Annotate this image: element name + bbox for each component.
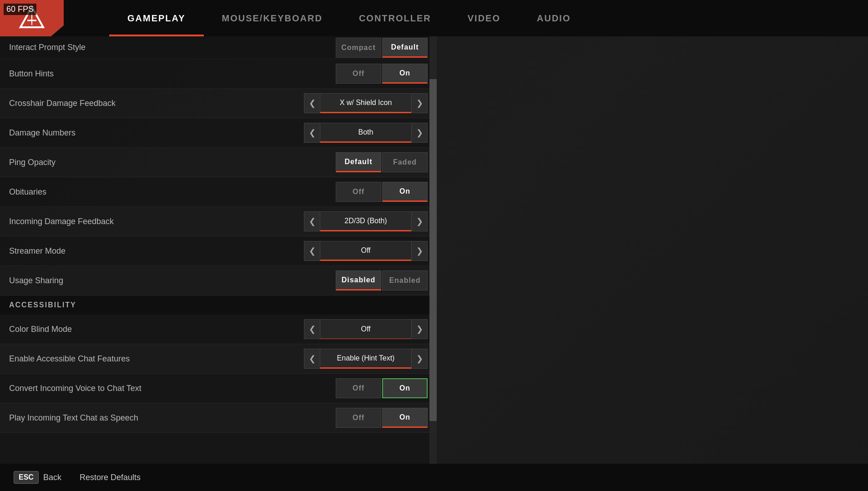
- setting-row-color-blind: Color Blind Mode ❮ Off ❯: [0, 315, 437, 344]
- arrow-left-damage-numbers[interactable]: ❮: [304, 123, 320, 143]
- toggle-button-hints-on[interactable]: On: [382, 64, 428, 84]
- label-button-hints: Button Hints: [9, 69, 336, 79]
- label-obituaries: Obituaries: [9, 187, 336, 197]
- label-damage-numbers: Damage Numbers: [9, 128, 304, 138]
- control-streamer-mode: ❮ Off ❯: [304, 241, 428, 261]
- setting-row-ping-opacity: Ping Opacity Default Faded: [0, 148, 437, 177]
- value-incoming-damage: 2D/3D (Both): [320, 211, 411, 231]
- setting-row-accessible-chat: Enable Accessible Chat Features ❮ Enable…: [0, 344, 437, 374]
- label-streamer-mode: Streamer Mode: [9, 246, 304, 256]
- toggle-obituaries-on[interactable]: On: [382, 182, 428, 202]
- arrow-right-accessible-chat[interactable]: ❯: [411, 349, 428, 369]
- setting-row-interact-prompt: Interact Prompt Style Compact Default: [0, 36, 437, 59]
- control-voice-to-chat: Off On: [336, 378, 428, 398]
- setting-label-interact-prompt: Interact Prompt Style: [9, 43, 336, 52]
- toggle-usage-enabled[interactable]: Enabled: [382, 271, 428, 291]
- setting-row-damage-numbers: Damage Numbers ❮ Both ❯: [0, 118, 437, 148]
- arrow-right-streamer-mode[interactable]: ❯: [411, 241, 428, 261]
- arrow-selector-color-blind: ❮ Off ❯: [304, 319, 428, 339]
- arrow-left-streamer-mode[interactable]: ❮: [304, 241, 320, 261]
- setting-row-voice-to-chat: Convert Incoming Voice to Chat Text Off …: [0, 374, 437, 403]
- setting-control-interact-prompt: Compact Default: [336, 38, 428, 58]
- toggle-tts-off[interactable]: Off: [336, 408, 381, 428]
- toggle-obituaries-off[interactable]: Off: [336, 182, 381, 202]
- value-damage-numbers: Both: [320, 123, 411, 143]
- toggle-voice-on[interactable]: On: [382, 378, 428, 398]
- toggle-pair-interact-prompt: Compact Default: [336, 38, 428, 58]
- setting-row-usage-sharing: Usage Sharing Disabled Enabled: [0, 266, 437, 296]
- back-button[interactable]: ESC Back: [14, 471, 61, 484]
- control-usage-sharing: Disabled Enabled: [336, 271, 428, 291]
- settings-list: Button Hints Off On Crosshair Damage Fee…: [0, 59, 437, 296]
- toggle-compact[interactable]: Compact: [336, 38, 381, 58]
- toggle-pair-button-hints: Off On: [336, 64, 428, 84]
- label-text-to-speech: Play Incoming Text Chat as Speech: [9, 413, 336, 423]
- arrow-left-accessible-chat[interactable]: ❮: [304, 349, 320, 369]
- arrow-left-color-blind[interactable]: ❮: [304, 319, 320, 339]
- tab-gameplay[interactable]: GAMEPLAY: [109, 0, 204, 36]
- tab-mouse-keyboard[interactable]: MOUSE/KEYBOARD: [204, 0, 341, 36]
- toggle-ping-default[interactable]: Default: [336, 152, 381, 172]
- arrow-right-crosshair[interactable]: ❯: [411, 93, 428, 113]
- control-incoming-damage: ❮ 2D/3D (Both) ❯: [304, 211, 428, 231]
- toggle-pair-voice-to-chat: Off On: [336, 378, 428, 398]
- bottom-bar: ESC Back Restore Defaults: [0, 464, 868, 491]
- toggle-pair-obituaries: Off On: [336, 182, 428, 202]
- control-color-blind: ❮ Off ❯: [304, 319, 428, 339]
- arrow-left-crosshair[interactable]: ❮: [304, 93, 320, 113]
- label-incoming-damage: Incoming Damage Feedback: [9, 217, 304, 226]
- setting-row-incoming-damage: Incoming Damage Feedback ❮ 2D/3D (Both) …: [0, 207, 437, 236]
- setting-row-obituaries: Obituaries Off On: [0, 177, 437, 207]
- label-ping-opacity: Ping Opacity: [9, 158, 336, 167]
- control-button-hints: Off On: [336, 64, 428, 84]
- toggle-ping-faded[interactable]: Faded: [382, 152, 428, 172]
- right-panel: [437, 36, 868, 464]
- control-ping-opacity: Default Faded: [336, 152, 428, 172]
- toggle-tts-on[interactable]: On: [382, 408, 428, 428]
- control-crosshair: ❮ X w/ Shield Icon ❯: [304, 93, 428, 113]
- arrow-right-incoming-damage[interactable]: ❯: [411, 211, 428, 231]
- arrow-right-damage-numbers[interactable]: ❯: [411, 123, 428, 143]
- tab-controller[interactable]: CONTROLLER: [341, 0, 449, 36]
- accessibility-section-header: ACCESSIBILITY: [0, 296, 437, 315]
- toggle-default[interactable]: Default: [382, 38, 428, 58]
- toggle-usage-disabled[interactable]: Disabled: [336, 271, 381, 291]
- label-voice-to-chat: Convert Incoming Voice to Chat Text: [9, 384, 336, 393]
- control-accessible-chat: ❮ Enable (Hint Text) ❯: [304, 349, 428, 369]
- label-crosshair: Crosshair Damage Feedback: [9, 99, 304, 108]
- settings-panel: Interact Prompt Style Compact Default Bu…: [0, 36, 437, 464]
- accessibility-settings-list: Color Blind Mode ❮ Off ❯ Enable Accessib…: [0, 315, 437, 433]
- control-text-to-speech: Off On: [336, 408, 428, 428]
- toggle-pair-ping-opacity: Default Faded: [336, 152, 428, 172]
- nav-tabs: GAMEPLAY MOUSE/KEYBOARD CONTROLLER VIDEO…: [109, 0, 589, 36]
- esc-key-badge: ESC: [14, 471, 39, 484]
- scrollbar-thumb[interactable]: [429, 79, 437, 421]
- label-usage-sharing: Usage Sharing: [9, 276, 336, 286]
- control-obituaries: Off On: [336, 182, 428, 202]
- toggle-button-hints-off[interactable]: Off: [336, 64, 381, 84]
- control-damage-numbers: ❮ Both ❯: [304, 123, 428, 143]
- setting-row-text-to-speech: Play Incoming Text Chat as Speech Off On: [0, 403, 437, 433]
- arrow-left-incoming-damage[interactable]: ❮: [304, 211, 320, 231]
- back-label: Back: [43, 473, 61, 482]
- tab-audio[interactable]: AUDIO: [519, 0, 589, 36]
- scrollbar[interactable]: [429, 36, 437, 464]
- main-content: Interact Prompt Style Compact Default Bu…: [0, 36, 868, 464]
- toggle-voice-off[interactable]: Off: [336, 378, 381, 398]
- restore-label: Restore Defaults: [80, 473, 141, 482]
- restore-defaults-button[interactable]: Restore Defaults: [80, 473, 141, 482]
- label-color-blind: Color Blind Mode: [9, 325, 304, 334]
- value-accessible-chat: Enable (Hint Text): [320, 349, 411, 369]
- arrow-selector-damage-numbers: ❮ Both ❯: [304, 123, 428, 143]
- arrow-selector-accessible-chat: ❮ Enable (Hint Text) ❯: [304, 349, 428, 369]
- setting-row-streamer-mode: Streamer Mode ❮ Off ❯: [0, 236, 437, 266]
- arrow-right-color-blind[interactable]: ❯: [411, 319, 428, 339]
- setting-row-crosshair: Crosshair Damage Feedback ❮ X w/ Shield …: [0, 89, 437, 118]
- setting-row-button-hints: Button Hints Off On: [0, 59, 437, 89]
- value-crosshair: X w/ Shield Icon: [320, 93, 411, 113]
- tab-video[interactable]: VIDEO: [449, 0, 519, 36]
- arrow-selector-streamer-mode: ❮ Off ❯: [304, 241, 428, 261]
- value-color-blind: Off: [320, 319, 411, 339]
- toggle-pair-usage-sharing: Disabled Enabled: [336, 271, 428, 291]
- arrow-selector-crosshair: ❮ X w/ Shield Icon ❯: [304, 93, 428, 113]
